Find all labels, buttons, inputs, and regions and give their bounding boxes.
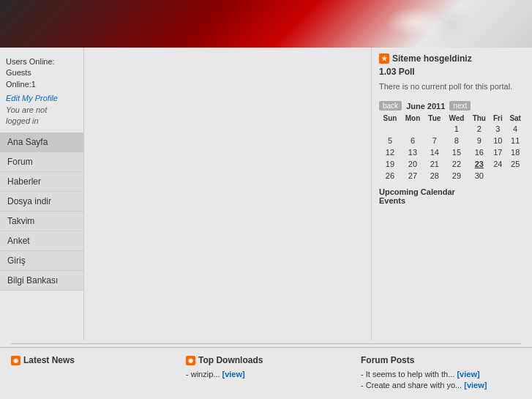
top-downloads-label: Top Downloads bbox=[198, 355, 263, 365]
site-welcome-text: Siteme hosgeldiniz bbox=[392, 53, 472, 64]
cal-cell: 13 bbox=[401, 146, 424, 158]
cal-cell: 17 bbox=[490, 146, 506, 158]
cal-cell: 11 bbox=[506, 135, 525, 146]
cal-header-fri: Fri bbox=[490, 113, 506, 123]
cal-cell: 15 bbox=[445, 146, 469, 158]
latest-news-title: ◉ Latest News bbox=[11, 355, 171, 365]
cal-cell: 22 bbox=[445, 158, 469, 170]
cal-header-sat: Sat bbox=[506, 113, 525, 123]
forum-posts-list: - It seems to help with th... [view] - C… bbox=[361, 370, 521, 389]
cal-cell: 1 bbox=[445, 123, 469, 135]
cal-cell: 30 bbox=[468, 170, 490, 182]
site-welcome-title: ★ Siteme hosgeldiniz bbox=[379, 53, 525, 64]
header-banner bbox=[0, 0, 532, 48]
main-divider bbox=[11, 343, 521, 344]
cal-header-mon: Mon bbox=[401, 113, 424, 123]
rss-icon-latest-news: ◉ bbox=[11, 356, 20, 365]
cal-cell: 26 bbox=[379, 170, 401, 182]
sidebar-item-forum[interactable]: Forum bbox=[0, 152, 83, 172]
bottom-section: ◉ Latest News ◉ Top Downloads - winzip..… bbox=[0, 347, 532, 399]
list-item: - It seems to help with th... [view] bbox=[361, 370, 521, 379]
list-item: - winzip... [view] bbox=[186, 370, 346, 379]
cal-cell: 27 bbox=[401, 170, 424, 182]
cal-week-2: 5 6 7 8 9 10 11 bbox=[379, 135, 525, 146]
cal-header-sun: Sun bbox=[379, 113, 401, 123]
sidebar: Users Online: Guests Online:1 Edit My Pr… bbox=[0, 48, 84, 340]
cal-cell: 10 bbox=[490, 135, 506, 146]
latest-news-col: ◉ Latest News bbox=[11, 355, 171, 392]
middle-row: Users Online: Guests Online:1 Edit My Pr… bbox=[0, 48, 532, 340]
cal-cell: 29 bbox=[445, 170, 469, 182]
top-downloads-col: ◉ Top Downloads - winzip... [view] bbox=[186, 355, 346, 392]
cal-cell bbox=[490, 170, 506, 182]
sidebar-item-dosya-indir[interactable]: Dosya indir bbox=[0, 192, 83, 212]
cal-cell: 21 bbox=[424, 158, 445, 170]
top-downloads-list: - winzip... [view] bbox=[186, 370, 346, 379]
cal-week-3: 12 13 14 15 16 17 18 bbox=[379, 146, 525, 158]
cal-cell: 24 bbox=[490, 158, 506, 170]
cal-cell: 9 bbox=[468, 135, 490, 146]
cal-cell bbox=[506, 170, 525, 182]
cal-cell: 12 bbox=[379, 146, 401, 158]
cal-cell: 19 bbox=[379, 158, 401, 170]
download-item-text: - winzip... bbox=[186, 370, 222, 379]
sidebar-item-haberler[interactable]: Haberler bbox=[0, 172, 83, 192]
cal-cell: 28 bbox=[424, 170, 445, 182]
forum-post-view-link-1[interactable]: [view] bbox=[457, 370, 479, 379]
calendar-next-button[interactable]: next bbox=[449, 101, 471, 111]
cal-header-wed: Wed bbox=[445, 113, 469, 123]
cal-week-5: 26 27 28 29 30 bbox=[379, 170, 525, 182]
forum-post-text-1: - It seems to help with th... bbox=[361, 370, 457, 379]
cal-cell-today: 23 bbox=[468, 158, 490, 170]
sidebar-item-anket[interactable]: Anket bbox=[0, 231, 83, 251]
sidebar-item-takvim[interactable]: Takvim bbox=[0, 212, 83, 231]
cal-cell: 8 bbox=[445, 135, 469, 146]
top-downloads-title: ◉ Top Downloads bbox=[186, 355, 346, 365]
forum-post-view-link-2[interactable]: [view] bbox=[464, 381, 487, 389]
forum-posts-col: Forum Posts - It seems to help with th..… bbox=[361, 355, 521, 392]
cal-cell: 18 bbox=[506, 146, 525, 158]
cal-cell: 3 bbox=[490, 123, 506, 135]
edit-profile-link[interactable]: Edit My Profile bbox=[6, 93, 78, 104]
forum-posts-label: Forum Posts bbox=[361, 355, 414, 365]
cal-week-4: 19 20 21 22 23 24 25 bbox=[379, 158, 525, 170]
forum-post-text-2: - Create and share with yo... bbox=[361, 381, 464, 389]
online-count: Online:1 bbox=[6, 80, 36, 89]
sidebar-item-ana-sayfa[interactable]: Ana Sayfa bbox=[0, 133, 83, 152]
calendar-back-button[interactable]: back bbox=[379, 101, 402, 111]
latest-news-label: Latest News bbox=[23, 355, 75, 365]
sidebar-item-bilgi-bankasi[interactable]: Bilgi Bankası bbox=[0, 271, 83, 291]
not-logged-in: You are notlogged in bbox=[6, 105, 47, 125]
cal-cell: 6 bbox=[401, 135, 424, 146]
cal-week-1: 1 2 3 4 bbox=[379, 123, 525, 135]
forum-posts-title: Forum Posts bbox=[361, 355, 521, 365]
page-wrapper: Users Online: Guests Online:1 Edit My Pr… bbox=[0, 0, 532, 399]
poll-text: There is no current poll for this portal… bbox=[379, 81, 525, 92]
cal-cell bbox=[424, 123, 445, 135]
right-panel: ★ Siteme hosgeldiniz 1.03 Poll There is … bbox=[371, 48, 532, 340]
cal-cell: 14 bbox=[424, 146, 445, 158]
guests-label: Guests bbox=[6, 68, 31, 77]
users-online-label: Users Online: bbox=[6, 57, 55, 66]
cal-header-tue: Tue bbox=[424, 113, 445, 123]
cal-cell: 20 bbox=[401, 158, 424, 170]
center-content bbox=[84, 48, 371, 340]
download-view-link[interactable]: [view] bbox=[222, 370, 245, 379]
cal-cell bbox=[379, 123, 401, 135]
sidebar-item-giris[interactable]: Giriş bbox=[0, 251, 83, 271]
cal-cell: 5 bbox=[379, 135, 401, 146]
poll-title: 1.03 Poll bbox=[379, 67, 525, 77]
rss-icon-top-downloads: ◉ bbox=[186, 356, 195, 365]
calendar-table: Sun Mon Tue Wed Thu Fri Sat 1 bbox=[379, 113, 525, 182]
cal-cell: 7 bbox=[424, 135, 445, 146]
rss-icon-welcome: ★ bbox=[379, 53, 389, 64]
list-item: - Create and share with yo... [view] bbox=[361, 381, 521, 389]
cal-header-thu: Thu bbox=[468, 113, 490, 123]
upcoming-calendar-title: Upcoming Calendar Events bbox=[379, 187, 525, 205]
cal-cell: 16 bbox=[468, 146, 490, 158]
cal-cell: 4 bbox=[506, 123, 525, 135]
cal-cell bbox=[401, 123, 424, 135]
cal-cell: 2 bbox=[468, 123, 490, 135]
calendar-month-year: June 2011 bbox=[406, 102, 445, 111]
cal-cell: 25 bbox=[506, 158, 525, 170]
